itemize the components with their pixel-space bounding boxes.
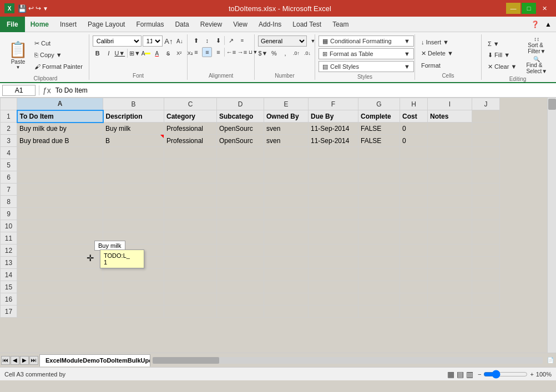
- cell-J16[interactable]: [472, 293, 500, 306]
- cell-I17[interactable]: [428, 306, 472, 318]
- wrap-text-button[interactable]: ≡: [237, 35, 247, 45]
- cell-A3[interactable]: Buy bread due B: [17, 135, 103, 147]
- col-header-I[interactable]: I: [428, 98, 472, 110]
- cell-H7[interactable]: [400, 184, 428, 196]
- cell-H16[interactable]: [400, 293, 428, 306]
- cell-J6[interactable]: [472, 171, 500, 184]
- cell-C7[interactable]: [164, 184, 217, 196]
- align-left-button[interactable]: ≡: [191, 47, 201, 57]
- cell-G9[interactable]: [358, 208, 400, 220]
- cell-J9[interactable]: [472, 208, 500, 220]
- cell-D13[interactable]: [217, 257, 264, 269]
- cell-D5[interactable]: [217, 159, 264, 171]
- cell-B7[interactable]: [103, 184, 164, 196]
- cell-F17[interactable]: [309, 306, 358, 318]
- cell-J13[interactable]: [472, 257, 500, 269]
- zoom-slider[interactable]: [483, 370, 528, 379]
- strikethrough-button[interactable]: S̶: [163, 48, 173, 58]
- cell-A2[interactable]: Buy milk due by: [17, 123, 103, 135]
- cell-G12[interactable]: [358, 245, 400, 257]
- menu-load-test[interactable]: Load Test: [287, 17, 327, 32]
- cell-I15[interactable]: [428, 281, 472, 293]
- cell-C1[interactable]: Category: [164, 110, 217, 123]
- cell-H3[interactable]: 0: [400, 135, 428, 147]
- text-direction-button[interactable]: ↗: [226, 35, 236, 45]
- increase-font-button[interactable]: A↑: [164, 36, 174, 46]
- find-select-button[interactable]: 🔍 Find &Select▼: [523, 55, 550, 75]
- bold-button[interactable]: B: [93, 48, 103, 58]
- h-scroll-track[interactable]: [153, 357, 543, 364]
- align-bottom-button[interactable]: ⬇: [213, 35, 223, 45]
- cell-F14[interactable]: [309, 269, 358, 281]
- cell-B5[interactable]: [103, 159, 164, 171]
- cell-D2[interactable]: OpenSourc: [217, 123, 264, 135]
- view-layout-button[interactable]: ▤: [457, 370, 464, 379]
- view-normal-button[interactable]: ▦: [447, 370, 454, 379]
- format-painter-button[interactable]: 🖌 Format Painter: [32, 61, 85, 72]
- cell-E2[interactable]: sven: [264, 123, 309, 135]
- cell-I9[interactable]: [428, 208, 472, 220]
- cell-J4[interactable]: [472, 147, 500, 159]
- cell-C15[interactable]: [164, 281, 217, 293]
- cell-J17[interactable]: [472, 306, 500, 318]
- cell-C9[interactable]: [164, 208, 217, 220]
- number-format-select[interactable]: General: [258, 35, 307, 47]
- cell-E14[interactable]: [264, 269, 309, 281]
- percent-button[interactable]: %: [269, 48, 279, 58]
- cell-C8[interactable]: [164, 196, 217, 208]
- cell-A15[interactable]: [17, 281, 103, 293]
- cell-D17[interactable]: [217, 306, 264, 318]
- tab-add-button[interactable]: 📄: [545, 357, 556, 363]
- cell-E3[interactable]: sven: [264, 135, 309, 147]
- cell-H12[interactable]: [400, 245, 428, 257]
- col-header-D[interactable]: D: [217, 98, 264, 110]
- menu-formulas[interactable]: Formulas: [130, 17, 169, 32]
- cell-D16[interactable]: [217, 293, 264, 306]
- cell-H10[interactable]: [400, 220, 428, 232]
- align-center-button[interactable]: ≡: [202, 47, 212, 57]
- sheet-prev-button[interactable]: ◀: [11, 356, 19, 365]
- cell-E15[interactable]: [264, 281, 309, 293]
- cell-I14[interactable]: [428, 269, 472, 281]
- italic-button[interactable]: I: [104, 48, 114, 58]
- cell-reference-input[interactable]: [2, 85, 36, 96]
- cell-G11[interactable]: [358, 232, 400, 245]
- fill-button[interactable]: ⬇ Fill ▼: [485, 50, 519, 61]
- cell-I16[interactable]: [428, 293, 472, 306]
- insert-cells-button[interactable]: ↓ Insert ▼: [418, 37, 456, 48]
- cell-F1[interactable]: Due By: [309, 110, 358, 123]
- cell-A11[interactable]: [17, 232, 103, 245]
- cell-F5[interactable]: [309, 159, 358, 171]
- cell-E17[interactable]: [264, 306, 309, 318]
- cell-A1[interactable]: To Do Item: [17, 110, 103, 123]
- cell-F8[interactable]: [309, 196, 358, 208]
- cell-B2[interactable]: Buy milk: [103, 123, 164, 135]
- cell-G4[interactable]: [358, 147, 400, 159]
- cell-H8[interactable]: [400, 196, 428, 208]
- undo-icon[interactable]: ↩: [28, 4, 34, 12]
- cell-C10[interactable]: [164, 220, 217, 232]
- file-menu-button[interactable]: File: [0, 17, 25, 32]
- cell-G2[interactable]: FALSE: [358, 123, 400, 135]
- cell-F10[interactable]: [309, 220, 358, 232]
- cell-H15[interactable]: [400, 281, 428, 293]
- minimize-button[interactable]: —: [506, 3, 520, 14]
- copy-button[interactable]: ⎘ Copy ▼: [32, 49, 85, 60]
- cell-I1[interactable]: Notes: [428, 110, 472, 123]
- cell-I13[interactable]: [428, 257, 472, 269]
- cell-I3[interactable]: [428, 135, 472, 147]
- cell-E4[interactable]: [264, 147, 309, 159]
- cell-D3[interactable]: OpenSourc: [217, 135, 264, 147]
- col-header-A[interactable]: A: [17, 98, 103, 110]
- cell-J14[interactable]: [472, 269, 500, 281]
- conditional-formatting-button[interactable]: ▦ Conditional Formatting ▼: [319, 35, 414, 47]
- cell-E12[interactable]: [264, 245, 309, 257]
- cell-H6[interactable]: [400, 171, 428, 184]
- cell-J7[interactable]: [472, 184, 500, 196]
- cell-H13[interactable]: [400, 257, 428, 269]
- cell-C16[interactable]: [164, 293, 217, 306]
- cell-B4[interactable]: [103, 147, 164, 159]
- cell-F7[interactable]: [309, 184, 358, 196]
- menu-home[interactable]: Home: [25, 17, 54, 32]
- cell-C2[interactable]: Professional: [164, 123, 217, 135]
